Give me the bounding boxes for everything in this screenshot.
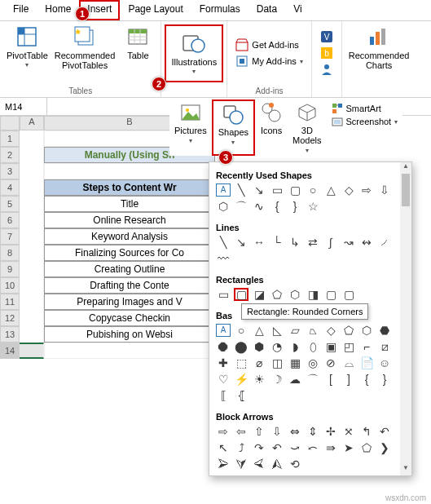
row-header[interactable]: 12 (0, 310, 20, 326)
row-header[interactable]: 10 (0, 277, 20, 294)
row-header[interactable]: 7 (0, 228, 20, 245)
icons-button[interactable]: Icons (255, 99, 288, 156)
shape-arrow-left[interactable]: ⇦ (234, 425, 248, 438)
shape-no-symbol[interactable]: ⊘ (323, 356, 338, 369)
shape-hexagon[interactable]: ⬡ (216, 200, 231, 213)
shape-diag-stripe[interactable]: ⧄ (377, 340, 392, 353)
shape-line-double-arrow[interactable]: ↔ (252, 236, 266, 249)
shape-parallelogram[interactable]: ▱ (288, 324, 302, 337)
shape-rounded-rect[interactable]: ▢ (288, 183, 302, 197)
shape-round-single[interactable]: ◨ (306, 288, 320, 301)
shape-arrow-leftrightup[interactable]: ⤧ (341, 425, 356, 438)
cell[interactable]: Finalizing Sources for Co (44, 245, 215, 261)
shape-cloud[interactable]: ☁ (288, 373, 302, 386)
shape-oval[interactable]: ○ (306, 183, 320, 197)
shape-arrow-updown[interactable]: ⇕ (306, 425, 320, 438)
shape-elbow-double[interactable]: ⇄ (306, 236, 320, 249)
shape-snip-same[interactable]: ⬠ (270, 288, 284, 301)
shape-frame[interactable]: ▣ (323, 340, 338, 353)
shape-arc[interactable]: ⌒ (306, 373, 320, 386)
shape-arrow-notched[interactable]: ➤ (341, 441, 356, 454)
shape-heptagon[interactable]: ⬣ (377, 324, 392, 337)
screenshot-button[interactable]: Screenshot ▾ (332, 116, 398, 127)
shape-arrow-down[interactable]: ⇩ (270, 425, 284, 438)
shape-arrow-callout-right[interactable]: ⮚ (216, 458, 231, 471)
shape-arrow-callout-down[interactable]: ⮛ (234, 458, 248, 471)
shape-right-triangle[interactable]: ◺ (270, 324, 284, 337)
smartart-button[interactable]: SmartArt (332, 103, 381, 114)
cell[interactable]: Keyword Analysis (44, 228, 215, 245)
shape-arrow-bentup[interactable]: ⤴ (234, 441, 248, 454)
shape-half-frame[interactable]: ◰ (341, 340, 356, 353)
shape-arrow-callout-up[interactable]: ⮙ (270, 458, 284, 471)
shape-arrow-down[interactable]: ⇩ (377, 183, 392, 197)
shape-oval[interactable]: ○ (234, 324, 248, 337)
shape-bracket-right[interactable]: ] (341, 373, 356, 386)
3d-models-button[interactable]: 3D Models ▾ (288, 99, 326, 156)
shape-arrow-curvedup[interactable]: ⤻ (288, 441, 302, 454)
tab-formulas[interactable]: Formulas (191, 0, 248, 20)
shape-curve-arrow[interactable]: ↝ (341, 236, 356, 249)
shape-rounded-rectangle[interactable]: ▢ (234, 288, 248, 301)
shape-sun[interactable]: ☀ (252, 373, 266, 386)
shape-arrow-up[interactable]: ⇧ (252, 425, 266, 438)
cell[interactable]: Pubishing on Websi (44, 326, 215, 343)
tab-view-partial[interactable]: Vi (285, 0, 310, 20)
bing-icon[interactable]: b (320, 46, 333, 60)
shape-elbow-arrow[interactable]: ↳ (288, 236, 302, 249)
shape-arrow-curveddown[interactable]: ⤺ (306, 441, 320, 454)
shape-arrow-curvedright[interactable]: ↷ (252, 441, 266, 454)
shape-arrow-quad[interactable]: ✢ (323, 425, 338, 438)
shape-brace-left[interactable]: { (359, 373, 374, 386)
shape-bracket-left[interactable]: [ (323, 373, 338, 386)
shape-donut[interactable]: ◎ (306, 356, 320, 369)
tab-page-layout[interactable]: Page Layout (120, 0, 191, 20)
shape-line[interactable]: ╲ (216, 236, 231, 249)
table-button[interactable]: Table (120, 23, 156, 83)
recommended-pivottables-button[interactable]: Recommended PivotTables (53, 23, 117, 83)
shape-chord[interactable]: ◗ (288, 340, 302, 353)
row-header[interactable]: 1 (0, 130, 20, 147)
shape-round-diag[interactable]: ▢ (341, 288, 356, 301)
shape-textbox[interactable]: A (216, 324, 231, 337)
cell[interactable]: Online Research (44, 212, 215, 228)
get-addins-button[interactable]: Get Add-ins (235, 38, 298, 51)
shape-arc[interactable]: ⌒ (234, 200, 248, 213)
shape-teardrop[interactable]: ⬯ (306, 340, 320, 353)
shape-moon[interactable]: ☽ (270, 373, 284, 386)
shape-diamond[interactable]: ◇ (323, 324, 338, 337)
row-header[interactable]: 9 (0, 261, 20, 277)
cell[interactable]: Creating Outline (44, 261, 215, 277)
row-header[interactable]: 5 (0, 196, 20, 212)
shape-freeform[interactable]: ∿ (252, 200, 266, 213)
shape-plus[interactable]: ✚ (216, 356, 231, 369)
shape-arrow-right[interactable]: ⇨ (216, 425, 231, 438)
name-box[interactable]: M14 (0, 98, 47, 115)
shape-plaque[interactable]: ⬚ (234, 356, 248, 369)
shape-brace-right[interactable]: } (288, 200, 302, 213)
shape-decagon[interactable]: ⬤ (234, 340, 248, 353)
shape-brace-left[interactable]: { (270, 200, 284, 213)
shape-arrow-pentagon[interactable]: ⬠ (359, 441, 374, 454)
shape-heart[interactable]: ♡ (216, 373, 231, 386)
tab-file[interactable]: File (5, 0, 37, 20)
shape-rectangle[interactable]: ▭ (216, 288, 231, 301)
shape-textbox[interactable]: A (216, 183, 231, 197)
shape-arrow-bent[interactable]: ↰ (359, 425, 374, 438)
row-header[interactable]: 8 (0, 245, 20, 261)
shape-triangle[interactable]: △ (252, 324, 266, 337)
shape-curve[interactable]: ∫ (323, 236, 338, 249)
shape-arrow-circular[interactable]: ⟲ (288, 458, 302, 471)
shapes-button[interactable]: Shapes ▾ (212, 99, 255, 156)
cell[interactable]: Copycase Checkin (44, 310, 215, 326)
shape-arrow-leftright[interactable]: ⇔ (288, 425, 302, 438)
shape-arrow-striped[interactable]: ⇛ (323, 441, 338, 454)
shape-scribble[interactable]: 〰 (216, 252, 231, 265)
shape-arrow-curvedleft[interactable]: ↶ (270, 441, 284, 454)
shape-pie[interactable]: ◔ (270, 340, 284, 353)
tab-home[interactable]: Home (37, 0, 79, 20)
cell[interactable]: Drafting the Conte (44, 277, 215, 294)
shape-triangle[interactable]: △ (323, 183, 338, 197)
shape-arrow-callout-left[interactable]: ⮘ (252, 458, 266, 471)
shape-arrow-chevron[interactable]: ❯ (377, 441, 392, 454)
